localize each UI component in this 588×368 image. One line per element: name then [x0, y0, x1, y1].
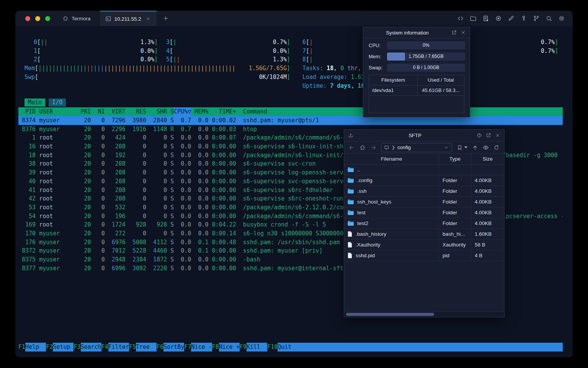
- open-in-window-icon[interactable]: [451, 30, 457, 35]
- file-row-test[interactable]: testFolder4.00KB: [344, 207, 504, 218]
- sftp-toolbar: ❯ config: [344, 141, 504, 154]
- search-button[interactable]: [544, 13, 554, 23]
- close-tab-icon[interactable]: [146, 16, 150, 21]
- bookmark-dropdown-caret[interactable]: [464, 146, 467, 148]
- fkey-label-nice[interactable]: Nice -: [191, 343, 212, 352]
- file-manager-button[interactable]: [468, 13, 478, 23]
- fkey-label-filter[interactable]: Filter: [108, 343, 129, 352]
- fkey-f6[interactable]: F6: [157, 343, 163, 352]
- column-header-pid[interactable]: PID: [18, 107, 36, 116]
- help-icon[interactable]: [477, 133, 482, 138]
- fkey-f2[interactable]: F2: [46, 343, 53, 352]
- close-icon[interactable]: [495, 133, 500, 138]
- process-table-header[interactable]: PIDUSERPRINIVIRTRESSHRSCPU%▽MEM%TIME+Com…: [18, 107, 563, 116]
- fkey-f1[interactable]: F1: [18, 343, 25, 352]
- screen: Termora 10.211.55.2: [0, 0, 588, 368]
- home-icon[interactable]: [359, 145, 366, 151]
- file-row-sshd-pid[interactable]: sshd.pidpid4 B: [344, 250, 504, 261]
- tab-session-active[interactable]: 10.211.55.2: [100, 11, 157, 26]
- fkey-f9[interactable]: F9: [240, 343, 247, 352]
- fkey-label-help[interactable]: Help: [25, 343, 46, 352]
- keys-button[interactable]: [519, 13, 529, 23]
- minimize-window-button[interactable]: [35, 16, 40, 21]
- used-total-column-header: Used / Total: [418, 75, 464, 85]
- fkey-f7[interactable]: F7: [184, 343, 191, 352]
- fkey-label-tree[interactable]: Tree: [136, 343, 157, 352]
- file-row-ssh-host-keys[interactable]: ssh_host_keysFolder4.00KB: [344, 197, 504, 207]
- fkey-f4[interactable]: F4: [101, 343, 108, 352]
- port-forwarding-button[interactable]: [531, 13, 541, 23]
- fkey-label-quit[interactable]: Quit: [278, 343, 563, 352]
- file-row-test2[interactable]: test2Folder4.00KB: [344, 218, 504, 229]
- log-viewer-button[interactable]: [481, 13, 491, 23]
- download-icon[interactable]: [348, 133, 353, 138]
- file-row--[interactable]: ..: [344, 164, 504, 175]
- tab-home[interactable]: Termora: [58, 11, 100, 26]
- htop-tab-io[interactable]: I/O: [49, 99, 66, 107]
- file-row--bash-history[interactable]: .bash_historybash_hi...1.60KB: [344, 229, 504, 240]
- process-row-8374[interactable]: 8374myuser200729639802840S0.70.00:00.02s…: [18, 116, 563, 125]
- code-snippets-button[interactable]: [456, 13, 466, 23]
- fkey-label-sortby[interactable]: SortBy: [163, 343, 184, 352]
- column-header-shr[interactable]: SHR: [146, 107, 167, 116]
- type-column-header[interactable]: Type: [439, 154, 471, 164]
- file-row--ssh[interactable]: .sshFolder4.00KB: [344, 186, 504, 197]
- new-tab-button[interactable]: [163, 11, 169, 26]
- column-header-mem[interactable]: MEM%: [191, 107, 208, 116]
- record-button[interactable]: [493, 13, 503, 23]
- column-header-user[interactable]: USER: [39, 107, 74, 116]
- column-header-ni[interactable]: NI: [91, 107, 105, 116]
- fkey-f10[interactable]: F10: [267, 343, 278, 352]
- fkey-label-setup[interactable]: Setup: [53, 343, 74, 352]
- file-row--config[interactable]: .configFolder4.00KB: [344, 175, 504, 186]
- file-table-header[interactable]: Filename Type Size: [344, 154, 504, 164]
- back-icon[interactable]: [349, 145, 355, 151]
- filename-column-header[interactable]: Filename: [344, 154, 439, 164]
- column-header-res[interactable]: RES: [126, 107, 146, 116]
- column-header-cpu[interactable]: CPU%▽: [174, 107, 191, 116]
- terminal-icon: [105, 16, 111, 22]
- horizontal-scrollbar-track[interactable]: [344, 311, 504, 317]
- horizontal-scrollbar-thumb[interactable]: [346, 313, 434, 316]
- home-icon: [62, 15, 69, 21]
- open-in-window-icon[interactable]: [486, 133, 491, 138]
- fkey-label-search[interactable]: Search: [81, 343, 101, 352]
- refresh-icon[interactable]: [493, 145, 500, 151]
- close-icon[interactable]: [461, 30, 466, 35]
- bookmark-button[interactable]: [457, 145, 467, 151]
- fkey-f3[interactable]: F3: [74, 343, 80, 352]
- git-branch-icon: [533, 15, 540, 22]
- file-size: [471, 164, 504, 175]
- plus-icon: [163, 15, 169, 21]
- traffic-lights: [15, 11, 58, 26]
- fkey-label-kill[interactable]: Kill: [247, 343, 267, 352]
- edit-button[interactable]: [506, 13, 516, 23]
- file-type: Folder: [439, 175, 471, 186]
- column-header-s[interactable]: S: [167, 107, 174, 116]
- column-header-pri[interactable]: PRI: [74, 107, 91, 116]
- file-row--xauthority[interactable]: .XauthorityXauthority58 B: [344, 240, 504, 250]
- chevron-down-icon[interactable]: [444, 145, 449, 150]
- close-window-button[interactable]: [25, 16, 30, 21]
- path-breadcrumb-field[interactable]: ❯ config: [381, 143, 452, 152]
- column-header-time[interactable]: TIME+: [209, 107, 236, 116]
- size-column-header[interactable]: Size: [471, 154, 504, 164]
- fkey-f5[interactable]: F5: [129, 343, 136, 352]
- folder-icon: [348, 221, 354, 226]
- settings-button[interactable]: [557, 13, 567, 23]
- file-type: Folder: [439, 197, 471, 207]
- show-hidden-icon[interactable]: [483, 145, 489, 151]
- swp-meter: Swp[0K/1024M]: [24, 73, 290, 82]
- fkey-label-nice[interactable]: Nice +: [219, 343, 240, 352]
- forward-icon[interactable]: [370, 145, 376, 151]
- cpu-meter-1: 1[0.0%]: [34, 47, 158, 56]
- system-information-panel: System information CPU: 0% Mem: 1.75GB /…: [363, 27, 470, 117]
- column-header-virt[interactable]: VIRT: [105, 107, 126, 116]
- cpu-meter-5: 5[||1.3%]: [166, 55, 290, 64]
- htop-tab-main[interactable]: Main: [24, 99, 45, 107]
- filesystem-row[interactable]: /dev/vda1 45.61GB / 58.3...: [369, 85, 464, 96]
- upload-icon[interactable]: [472, 145, 478, 151]
- zoom-window-button[interactable]: [45, 16, 50, 21]
- folder-icon: [348, 167, 354, 172]
- fkey-f8[interactable]: F8: [212, 343, 219, 352]
